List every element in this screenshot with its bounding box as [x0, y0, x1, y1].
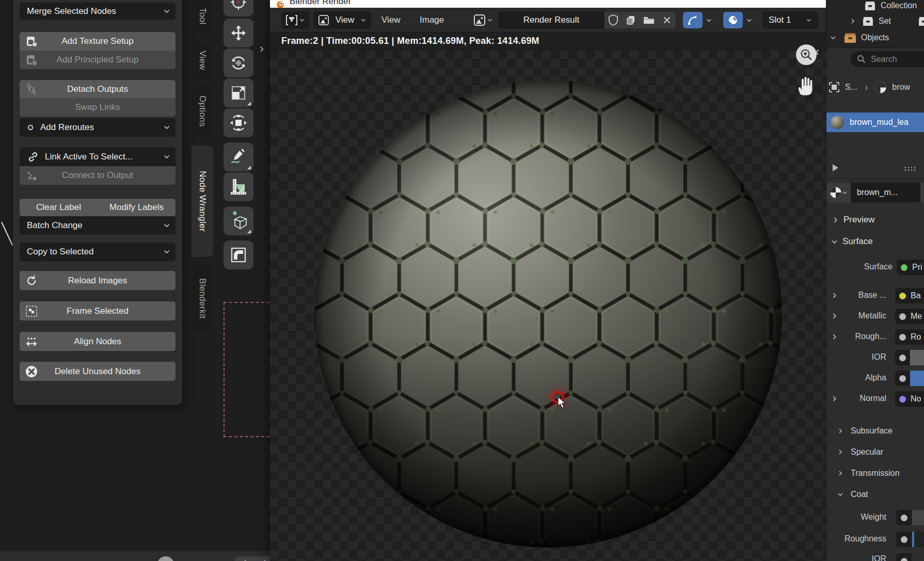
coat-weight-socket-button[interactable] [896, 510, 912, 525]
ior-socket-button[interactable] [895, 350, 910, 365]
region-expand-chevron[interactable]: › [260, 41, 264, 56]
duplicate-image-button[interactable] [622, 12, 640, 28]
render-window: Blender Render View View Image Render Re… [270, 0, 826, 561]
reload-images-button[interactable]: Reload Images [20, 271, 176, 290]
section-surface[interactable]: Surface [831, 236, 873, 247]
add-principled-setup-button[interactable]: Add Principled Setup [20, 51, 176, 69]
roughness-value: Ro [911, 332, 921, 342]
chevron-right-icon [832, 216, 839, 224]
batch-change-menu[interactable]: Batch Change [20, 216, 176, 235]
reroute-icon [27, 124, 34, 131]
tool-add-cube[interactable] [224, 206, 253, 235]
sidebar-collapse-chevron[interactable]: ‹ [815, 44, 819, 59]
slot-panel-expand[interactable] [833, 164, 838, 171]
breadcrumb-material[interactable]: brow [892, 83, 910, 92]
delete-unused-nodes-button[interactable]: Delete Unused Nodes [20, 362, 176, 381]
connect-to-output-button[interactable]: Connect to Output [20, 166, 176, 185]
tab-view-label: View [197, 51, 208, 70]
surface-shader-button[interactable]: Pri [897, 260, 924, 275]
metallic-button[interactable]: Me [895, 309, 924, 324]
zoom-control-button[interactable] [796, 44, 817, 65]
image-name-field[interactable]: Render Result [498, 11, 604, 29]
tool-measure[interactable] [224, 172, 253, 201]
hand-icon [796, 75, 817, 98]
alpha-slider[interactable] [910, 371, 924, 386]
search-field[interactable] [851, 51, 924, 67]
tab-node-wrangler[interactable]: Node Wrangler [192, 146, 213, 257]
menu-image[interactable]: Image [416, 11, 448, 29]
detach-outputs-button[interactable]: Detach Outputs [20, 80, 176, 98]
slot-dropdown[interactable]: Slot 1 [762, 11, 818, 29]
coat-roughness-label: Roughness [826, 534, 886, 543]
material-name-field[interactable]: brown_m... [851, 183, 920, 202]
outliner-row-collection[interactable]: Collection [826, 0, 924, 13]
image-datablock-browse[interactable] [469, 11, 497, 29]
alpha-label: Alpha [826, 373, 886, 382]
window-title: Blender Render [290, 0, 351, 7]
swap-links-button[interactable]: Swap Links [20, 98, 176, 117]
roughness-button[interactable]: Ro [895, 329, 924, 345]
overlays-toggle[interactable] [723, 12, 743, 28]
align-nodes-button[interactable]: Align Nodes [20, 332, 176, 351]
material-slot-row[interactable]: brown_mud_lea [826, 113, 924, 132]
clear-label-button[interactable]: Clear Label [20, 199, 98, 216]
fake-user-button[interactable] [604, 12, 622, 28]
normal-button[interactable]: No [895, 391, 924, 407]
ior-slider[interactable] [910, 350, 924, 365]
tab-options[interactable]: Options [192, 86, 213, 136]
tool-transform[interactable] [224, 108, 253, 137]
modify-labels-button[interactable]: Modify Labels [98, 199, 176, 216]
section-specular[interactable]: Specular [837, 447, 883, 457]
partial-button-group[interactable]: ‹› [235, 556, 275, 561]
view-mode-dropdown[interactable]: View [313, 11, 371, 29]
move-tool-icon [229, 24, 248, 42]
tool-corner[interactable] [224, 241, 253, 269]
link-active-to-selected-menu[interactable]: Link Active To Select... [20, 147, 176, 166]
tool-cursor[interactable] [224, 0, 253, 17]
gizmo-toggle[interactable] [683, 12, 703, 28]
add-reroutes-menu[interactable]: Add Reroutes [20, 118, 176, 137]
gizmo-dropdown[interactable] [704, 11, 714, 29]
overlays-dropdown[interactable] [744, 11, 755, 29]
material-fake-user-button[interactable] [920, 183, 924, 202]
tool-annotate[interactable] [224, 142, 253, 171]
tool-rotate[interactable] [224, 49, 253, 77]
frame-selected-button[interactable]: Frame Selected [20, 301, 176, 320]
merge-selected-nodes-menu[interactable]: Merge Selected Nodes [20, 3, 176, 20]
pan-control-button[interactable] [794, 73, 818, 99]
section-coat[interactable]: Coat [837, 490, 868, 499]
partial-button[interactable] [156, 555, 175, 561]
copy-to-selected-menu[interactable]: Copy to Selected [20, 243, 176, 261]
tab-blenderkit[interactable]: Blenderkit [192, 265, 213, 331]
section-transmission[interactable]: Transmission [837, 469, 900, 478]
collection-label: Collection [881, 1, 917, 10]
breadcrumb-scene[interactable]: S... [845, 83, 857, 92]
chevron-down-icon [831, 238, 838, 246]
window-titlebar[interactable]: Blender Render [270, 0, 826, 8]
annotate-tool-icon [229, 148, 248, 166]
section-preview[interactable]: Preview [832, 215, 874, 225]
material-browse-button[interactable] [826, 183, 851, 202]
outliner-row-objects[interactable]: Objects [826, 30, 924, 45]
material-sphere-icon [874, 81, 887, 94]
section-subsurface[interactable]: Subsurface [837, 426, 893, 436]
outliner-row-set[interactable]: Set [826, 13, 924, 29]
coat-roughness-socket-button[interactable] [896, 532, 912, 547]
tab-tool[interactable]: Tool [192, 1, 213, 31]
coat-weight-slider[interactable] [912, 510, 924, 525]
unlink-image-button[interactable] [658, 12, 676, 28]
open-image-button[interactable] [640, 12, 658, 28]
search-input[interactable] [870, 54, 923, 65]
grip-handle-icon[interactable] [904, 166, 917, 171]
add-texture-setup-button[interactable]: Add Texture Setup [20, 32, 176, 51]
alpha-socket-button[interactable] [895, 371, 910, 386]
coat-ior-socket-button[interactable] [896, 553, 912, 561]
tab-view[interactable]: View [192, 42, 213, 78]
chevron-right-icon [837, 470, 844, 477]
coat-roughness-slider[interactable] [912, 532, 924, 547]
tool-move[interactable] [224, 19, 253, 47]
base-color-button[interactable]: Ba [895, 288, 924, 303]
editor-type-dropdown[interactable] [281, 11, 309, 29]
menu-view[interactable]: View [377, 11, 405, 29]
tool-scale[interactable] [224, 78, 253, 107]
